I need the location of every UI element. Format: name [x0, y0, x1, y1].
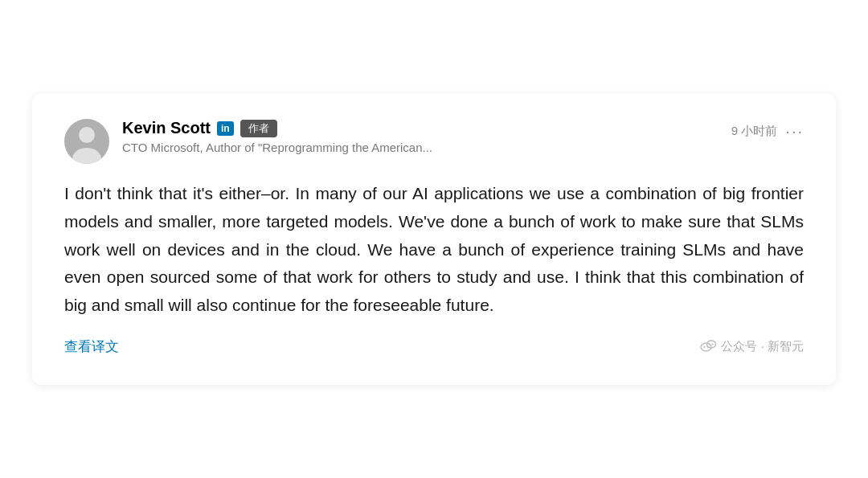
post-body: I don't think that it's either–or. In ma…: [64, 180, 804, 319]
post-footer: 查看译文 公众号 · 新智元: [64, 337, 804, 356]
post-meta: 9 小时前 ···: [731, 119, 804, 141]
avatar[interactable]: [64, 119, 109, 164]
author-info: Kevin Scott in 作者 CTO Microsoft, Author …: [122, 119, 432, 154]
svg-point-8: [712, 344, 714, 345]
author-role-badge: 作者: [240, 120, 277, 137]
post-time: 9 小时前: [731, 124, 778, 139]
post-header: Kevin Scott in 作者 CTO Microsoft, Author …: [64, 119, 804, 164]
post-card: Kevin Scott in 作者 CTO Microsoft, Author …: [32, 93, 836, 384]
author-section: Kevin Scott in 作者 CTO Microsoft, Author …: [64, 119, 432, 164]
wechat-icon: [700, 338, 716, 354]
author-name-row: Kevin Scott in 作者: [122, 119, 432, 137]
svg-point-5: [704, 346, 706, 348]
linkedin-badge: in: [217, 121, 234, 136]
author-name[interactable]: Kevin Scott: [122, 119, 211, 137]
more-options[interactable]: ···: [785, 122, 804, 141]
svg-point-6: [707, 346, 709, 348]
svg-point-7: [709, 344, 710, 345]
author-subtitle: CTO Microsoft, Author of "Reprogramming …: [122, 141, 432, 154]
watermark: 公众号 · 新智元: [700, 338, 804, 354]
translate-link[interactable]: 查看译文: [64, 337, 119, 356]
svg-point-1: [79, 127, 95, 143]
watermark-text: 公众号 · 新智元: [721, 339, 804, 354]
